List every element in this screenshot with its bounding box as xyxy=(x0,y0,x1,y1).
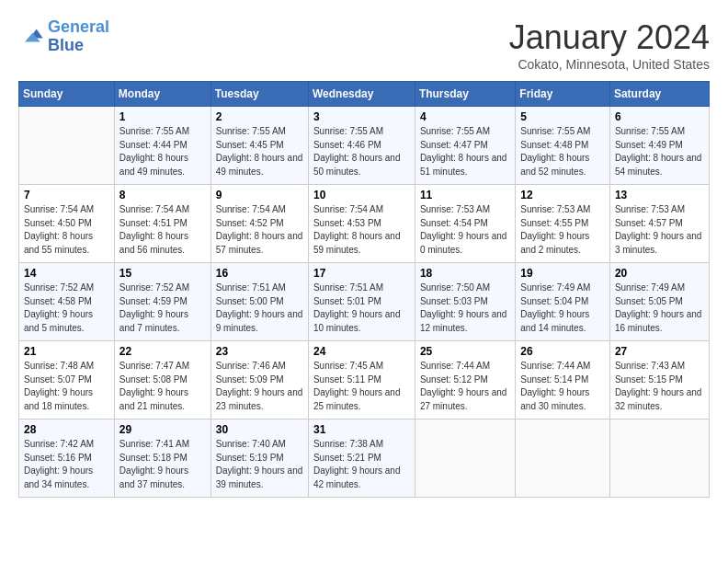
day-number: 10 xyxy=(313,189,410,201)
day-detail: Sunrise: 7:50 AMSunset: 5:03 PMDaylight:… xyxy=(420,282,510,335)
logo-text: General Blue xyxy=(48,18,109,55)
calendar-day-cell: 27Sunrise: 7:43 AMSunset: 5:15 PMDayligh… xyxy=(609,341,709,419)
calendar-day-cell xyxy=(609,419,709,498)
calendar-day-cell: 22Sunrise: 7:47 AMSunset: 5:08 PMDayligh… xyxy=(114,341,210,419)
day-number: 1 xyxy=(119,110,206,123)
calendar-day-cell: 9Sunrise: 7:54 AMSunset: 4:52 PMDaylight… xyxy=(210,185,308,263)
day-detail: Sunrise: 7:55 AMSunset: 4:47 PMDaylight:… xyxy=(420,125,510,178)
day-detail: Sunrise: 7:49 AMSunset: 5:04 PMDaylight:… xyxy=(520,282,605,335)
day-of-week-header: Tuesday xyxy=(210,82,308,107)
calendar-day-cell: 17Sunrise: 7:51 AMSunset: 5:01 PMDayligh… xyxy=(308,263,415,341)
day-detail: Sunrise: 7:47 AMSunset: 5:08 PMDaylight:… xyxy=(119,360,206,413)
day-detail: Sunrise: 7:41 AMSunset: 5:18 PMDaylight:… xyxy=(119,438,206,491)
calendar-day-cell: 10Sunrise: 7:54 AMSunset: 4:53 PMDayligh… xyxy=(308,185,415,263)
day-number: 18 xyxy=(420,267,510,280)
page-header: General Blue January 2024 Cokato, Minnes… xyxy=(18,18,710,72)
day-detail: Sunrise: 7:55 AMSunset: 4:44 PMDaylight:… xyxy=(119,125,206,178)
day-detail: Sunrise: 7:52 AMSunset: 4:59 PMDaylight:… xyxy=(119,282,206,335)
day-number: 3 xyxy=(313,110,410,123)
calendar-day-cell: 30Sunrise: 7:40 AMSunset: 5:19 PMDayligh… xyxy=(210,419,308,498)
day-detail: Sunrise: 7:53 AMSunset: 4:54 PMDaylight:… xyxy=(420,203,510,257)
day-detail: Sunrise: 7:54 AMSunset: 4:52 PMDaylight:… xyxy=(216,203,303,257)
day-number: 14 xyxy=(24,267,109,280)
day-number: 6 xyxy=(615,110,704,123)
calendar-week-row: 7Sunrise: 7:54 AMSunset: 4:50 PMDaylight… xyxy=(19,185,710,263)
day-number: 7 xyxy=(24,189,109,201)
day-detail: Sunrise: 7:54 AMSunset: 4:51 PMDaylight:… xyxy=(119,203,206,257)
calendar-day-cell: 8Sunrise: 7:54 AMSunset: 4:51 PMDaylight… xyxy=(114,185,210,263)
day-of-week-header: Saturday xyxy=(609,82,709,107)
calendar-week-row: 1Sunrise: 7:55 AMSunset: 4:44 PMDaylight… xyxy=(19,107,710,185)
calendar-day-cell xyxy=(415,419,515,498)
day-number: 11 xyxy=(420,189,510,201)
calendar-day-cell: 15Sunrise: 7:52 AMSunset: 4:59 PMDayligh… xyxy=(114,263,210,341)
calendar-day-cell: 20Sunrise: 7:49 AMSunset: 5:05 PMDayligh… xyxy=(609,263,709,341)
calendar-day-cell: 16Sunrise: 7:51 AMSunset: 5:00 PMDayligh… xyxy=(210,263,308,341)
day-of-week-header: Thursday xyxy=(415,82,515,107)
calendar-week-row: 28Sunrise: 7:42 AMSunset: 5:16 PMDayligh… xyxy=(19,419,710,498)
day-number: 4 xyxy=(420,110,510,123)
day-detail: Sunrise: 7:44 AMSunset: 5:12 PMDaylight:… xyxy=(420,360,510,413)
calendar-day-cell: 23Sunrise: 7:46 AMSunset: 5:09 PMDayligh… xyxy=(210,341,308,419)
day-detail: Sunrise: 7:53 AMSunset: 4:55 PMDaylight:… xyxy=(520,203,605,257)
calendar-day-cell: 11Sunrise: 7:53 AMSunset: 4:54 PMDayligh… xyxy=(415,185,515,263)
day-number: 26 xyxy=(520,345,605,358)
day-number: 9 xyxy=(216,189,303,201)
day-detail: Sunrise: 7:49 AMSunset: 5:05 PMDaylight:… xyxy=(615,282,704,335)
day-number: 16 xyxy=(216,267,303,280)
day-number: 5 xyxy=(520,110,605,123)
calendar-subtitle: Cokato, Minnesota, United States xyxy=(509,57,710,72)
day-detail: Sunrise: 7:46 AMSunset: 5:09 PMDaylight:… xyxy=(216,360,303,413)
day-number: 19 xyxy=(520,267,605,280)
calendar-day-cell: 12Sunrise: 7:53 AMSunset: 4:55 PMDayligh… xyxy=(516,185,610,263)
title-section: January 2024 Cokato, Minnesota, United S… xyxy=(509,18,710,72)
calendar-day-cell: 6Sunrise: 7:55 AMSunset: 4:49 PMDaylight… xyxy=(609,107,709,185)
day-detail: Sunrise: 7:45 AMSunset: 5:11 PMDaylight:… xyxy=(313,360,410,413)
day-number: 15 xyxy=(119,267,206,280)
day-detail: Sunrise: 7:55 AMSunset: 4:45 PMDaylight:… xyxy=(216,125,303,178)
calendar-table: SundayMondayTuesdayWednesdayThursdayFrid… xyxy=(18,81,710,498)
calendar-day-cell: 19Sunrise: 7:49 AMSunset: 5:04 PMDayligh… xyxy=(516,263,610,341)
calendar-day-cell xyxy=(516,419,610,498)
day-detail: Sunrise: 7:54 AMSunset: 4:53 PMDaylight:… xyxy=(313,203,410,257)
day-detail: Sunrise: 7:55 AMSunset: 4:48 PMDaylight:… xyxy=(520,125,605,178)
calendar-day-cell: 25Sunrise: 7:44 AMSunset: 5:12 PMDayligh… xyxy=(415,341,515,419)
calendar-day-cell: 4Sunrise: 7:55 AMSunset: 4:47 PMDaylight… xyxy=(415,107,515,185)
day-detail: Sunrise: 7:52 AMSunset: 4:58 PMDaylight:… xyxy=(24,282,109,335)
day-number: 24 xyxy=(313,345,410,358)
calendar-day-cell: 1Sunrise: 7:55 AMSunset: 4:44 PMDaylight… xyxy=(114,107,210,185)
day-number: 8 xyxy=(119,189,206,201)
calendar-week-row: 21Sunrise: 7:48 AMSunset: 5:07 PMDayligh… xyxy=(19,341,710,419)
calendar-day-cell: 24Sunrise: 7:45 AMSunset: 5:11 PMDayligh… xyxy=(308,341,415,419)
calendar-day-cell: 3Sunrise: 7:55 AMSunset: 4:46 PMDaylight… xyxy=(308,107,415,185)
day-number: 27 xyxy=(615,345,704,358)
calendar-day-cell: 21Sunrise: 7:48 AMSunset: 5:07 PMDayligh… xyxy=(19,341,115,419)
day-detail: Sunrise: 7:43 AMSunset: 5:15 PMDaylight:… xyxy=(615,360,704,413)
day-number: 30 xyxy=(216,423,303,436)
day-of-week-header: Sunday xyxy=(19,82,115,107)
calendar-day-cell: 5Sunrise: 7:55 AMSunset: 4:48 PMDaylight… xyxy=(516,107,610,185)
day-number: 31 xyxy=(313,423,410,436)
logo: General Blue xyxy=(18,18,109,55)
calendar-title: January 2024 xyxy=(509,18,710,57)
calendar-week-row: 14Sunrise: 7:52 AMSunset: 4:58 PMDayligh… xyxy=(19,263,710,341)
calendar-day-cell: 18Sunrise: 7:50 AMSunset: 5:03 PMDayligh… xyxy=(415,263,515,341)
day-number: 29 xyxy=(119,423,206,436)
calendar-day-cell: 7Sunrise: 7:54 AMSunset: 4:50 PMDaylight… xyxy=(19,185,115,263)
day-number: 2 xyxy=(216,110,303,123)
day-detail: Sunrise: 7:44 AMSunset: 5:14 PMDaylight:… xyxy=(520,360,605,413)
day-number: 17 xyxy=(313,267,410,280)
day-detail: Sunrise: 7:55 AMSunset: 4:49 PMDaylight:… xyxy=(615,125,704,178)
day-number: 12 xyxy=(520,189,605,201)
day-detail: Sunrise: 7:42 AMSunset: 5:16 PMDaylight:… xyxy=(24,438,109,491)
day-detail: Sunrise: 7:38 AMSunset: 5:21 PMDaylight:… xyxy=(313,438,410,491)
day-detail: Sunrise: 7:54 AMSunset: 4:50 PMDaylight:… xyxy=(24,203,109,257)
day-detail: Sunrise: 7:40 AMSunset: 5:19 PMDaylight:… xyxy=(216,438,303,491)
day-of-week-header: Friday xyxy=(516,82,610,107)
day-detail: Sunrise: 7:48 AMSunset: 5:07 PMDaylight:… xyxy=(24,360,109,413)
day-detail: Sunrise: 7:53 AMSunset: 4:57 PMDaylight:… xyxy=(615,203,704,257)
day-detail: Sunrise: 7:55 AMSunset: 4:46 PMDaylight:… xyxy=(313,125,410,178)
calendar-day-cell: 14Sunrise: 7:52 AMSunset: 4:58 PMDayligh… xyxy=(19,263,115,341)
day-of-week-header: Monday xyxy=(114,82,210,107)
day-number: 13 xyxy=(615,189,704,201)
